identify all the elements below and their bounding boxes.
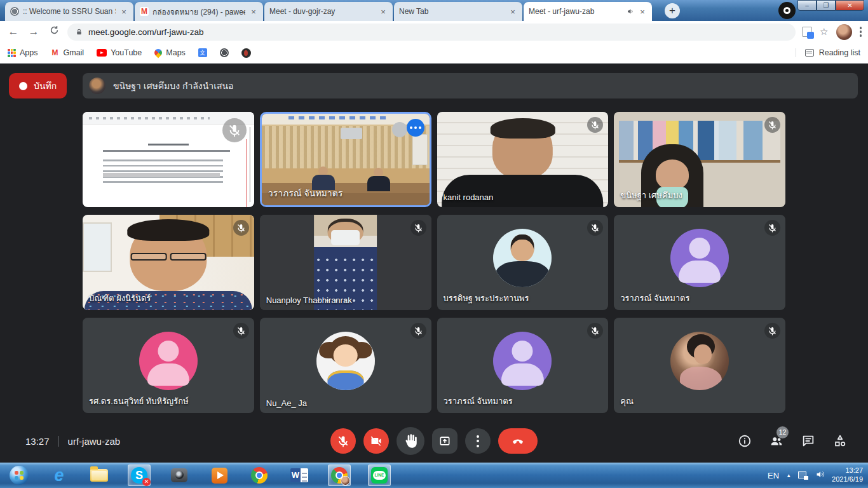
tab-close-icon[interactable]: × <box>638 7 647 17</box>
bookmark-maps[interactable]: Maps <box>154 48 186 57</box>
mic-off-icon <box>410 323 426 339</box>
tab-gmail-inbox[interactable]: กล่องจดหมาย (294) - paweena.s × <box>135 2 263 21</box>
bookmark-logo[interactable] <box>241 48 251 58</box>
translate-icon[interactable] <box>802 27 812 37</box>
taskbar-word[interactable]: W <box>288 464 311 486</box>
forward-icon[interactable]: → <box>27 25 41 38</box>
profile-avatar[interactable] <box>836 24 852 40</box>
participant-generic-avatar <box>139 332 198 390</box>
recording-indicator[interactable]: บันทึก <box>9 73 67 98</box>
network-icon[interactable] <box>798 471 808 480</box>
more-vert-icon <box>477 435 479 447</box>
video-grid: วราภรณ์ จันทมาตร kanit rodanan <box>83 112 785 413</box>
tile-thanasuwit[interactable]: รศ.ดร.ธนสุวิทย์ ทับหิรัญรักษ์ <box>83 318 254 413</box>
tab-close-icon[interactable]: × <box>249 7 258 17</box>
chat-button[interactable] <box>801 433 816 449</box>
bookmark-globe[interactable] <box>220 48 229 57</box>
raise-hand-button[interactable] <box>397 427 424 455</box>
participant-name: ขนิษฐา เศษคึมบง <box>620 189 682 202</box>
participant-name: รศ.ดร.ธนสุวิทย์ ทับหิรัญรักษ์ <box>89 395 189 408</box>
window-minimize-button[interactable]: – <box>797 0 817 11</box>
tab-close-icon[interactable]: × <box>119 7 128 17</box>
media-player-icon <box>212 468 227 484</box>
tile-waraporn-3[interactable]: วราภรณ์ จันทมาตร <box>437 318 609 413</box>
tab-close-icon[interactable]: × <box>379 7 388 17</box>
meeting-panels: 12 <box>737 433 848 449</box>
tab-title: New Tab <box>399 7 505 16</box>
browser-menu-icon[interactable] <box>860 27 862 37</box>
bookmark-label: Apps <box>20 48 38 57</box>
titlebar-app-icon[interactable] <box>778 2 796 19</box>
back-icon[interactable]: ← <box>6 25 20 38</box>
camera-toggle-button[interactable] <box>363 428 389 454</box>
tab-new-tab[interactable]: New Tab × <box>394 2 522 21</box>
window-maximize-button[interactable]: ❐ <box>817 0 836 11</box>
window-close-button[interactable]: ✕ <box>836 0 864 11</box>
activities-button[interactable] <box>832 433 848 449</box>
new-tab-button[interactable]: + <box>665 3 680 18</box>
tab-close-icon[interactable]: × <box>508 7 517 17</box>
bookmarks-bar: Apps Gmail YouTube Maps 文 Reading list <box>0 43 868 64</box>
tile-active-speaker[interactable]: วราภรณ์ จันทมาตร <box>260 112 431 207</box>
tile-kanit-rodanan[interactable]: kanit rodanan <box>437 112 609 207</box>
bookmark-gmail[interactable]: Gmail <box>51 48 85 57</box>
taskbar-camera-app[interactable] <box>168 464 191 486</box>
presenter-avatar <box>89 78 105 94</box>
mic-toggle-button[interactable] <box>330 428 356 454</box>
lock-icon <box>75 28 83 36</box>
tile-waraporn-2[interactable]: วราภรณ์ จันทมาตร <box>614 215 785 310</box>
mic-off-icon <box>233 220 249 236</box>
leave-call-button[interactable] <box>498 428 538 454</box>
volume-icon[interactable] <box>815 470 825 482</box>
reload-icon[interactable] <box>47 25 61 39</box>
tile-options-button[interactable] <box>407 119 424 137</box>
taskbar-line[interactable]: LINE <box>368 464 391 486</box>
mic-off-icon <box>410 220 426 236</box>
bookmark-youtube[interactable]: YouTube <box>97 48 142 57</box>
tile-nu-ae-ja[interactable]: Nu_Ae_ Ja <box>260 318 431 413</box>
logo-bookmark-icon <box>241 48 251 58</box>
translate-bookmark-icon: 文 <box>198 48 207 57</box>
gmail-icon <box>51 48 60 57</box>
mic-off-icon <box>222 118 247 142</box>
bookmark-apps[interactable]: Apps <box>8 48 38 57</box>
tab-title: Meet - urf-jawu-zab <box>529 7 623 16</box>
tab-meet-duv[interactable]: Meet - duv-gojr-zay × <box>264 2 393 21</box>
taskbar-internet-explorer[interactable]: e <box>48 464 71 486</box>
meeting-details-button[interactable] <box>737 433 752 449</box>
present-screen-button[interactable] <box>432 428 458 454</box>
tray-overflow-icon[interactable]: ▲ <box>786 473 791 478</box>
tile-bundit[interactable]: บัณฑิต ผังนิรันดร์ <box>83 215 254 310</box>
tile-screenshare[interactable] <box>83 112 254 207</box>
tab-meet-urf-active[interactable]: Meet - urf-jawu-zab × <box>524 2 652 21</box>
start-button[interactable] <box>8 464 31 486</box>
tile-nuanploy[interactable]: Nuanploy Thabhiranrak <box>260 215 431 310</box>
bookmark-star-icon[interactable]: ☆ <box>820 26 828 37</box>
participants-count-badge: 12 <box>776 426 789 438</box>
taskbar-clock[interactable]: 13:27 2021/6/19 <box>832 466 863 484</box>
participant-photo-avatar <box>493 229 552 287</box>
more-options-button[interactable] <box>465 428 491 454</box>
tab-audio-icon[interactable] <box>627 8 634 15</box>
participant-generic-avatar <box>493 332 552 390</box>
reading-list-label: Reading list <box>819 48 860 57</box>
tile-bandit-phra[interactable]: บรรดิษฐ พระประทานพร <box>437 215 609 310</box>
taskbar-chrome-profile[interactable] <box>328 464 351 486</box>
taskbar-file-explorer[interactable] <box>88 464 111 486</box>
tab-ssru-welcome[interactable]: :: Welcome to SSRU Suan Suna × <box>5 2 133 21</box>
address-bar[interactable]: meet.google.com/urf-jawu-zab <box>67 24 796 41</box>
toolbar-right: ☆ <box>802 24 862 40</box>
internet-explorer-icon: e <box>54 467 64 484</box>
desktop-screen: :: Welcome to SSRU Suan Suna × กล่องจดหม… <box>0 0 868 488</box>
participants-button[interactable]: 12 <box>769 433 784 449</box>
tile-self[interactable]: คุณ <box>614 318 785 413</box>
bookmark-translate[interactable]: 文 <box>198 48 207 57</box>
taskbar-skype[interactable]: S ✕ <box>128 464 151 486</box>
reading-list-button[interactable]: Reading list <box>796 48 860 57</box>
taskbar-chrome[interactable] <box>248 464 271 486</box>
tile-khanittha[interactable]: ขนิษฐา เศษคึมบง <box>614 112 785 207</box>
participant-name: Nuanploy Thabhiranrak <box>266 295 352 305</box>
bookmark-label: YouTube <box>111 48 142 57</box>
taskbar-media-player[interactable] <box>208 464 231 486</box>
language-indicator[interactable]: EN <box>768 471 779 480</box>
